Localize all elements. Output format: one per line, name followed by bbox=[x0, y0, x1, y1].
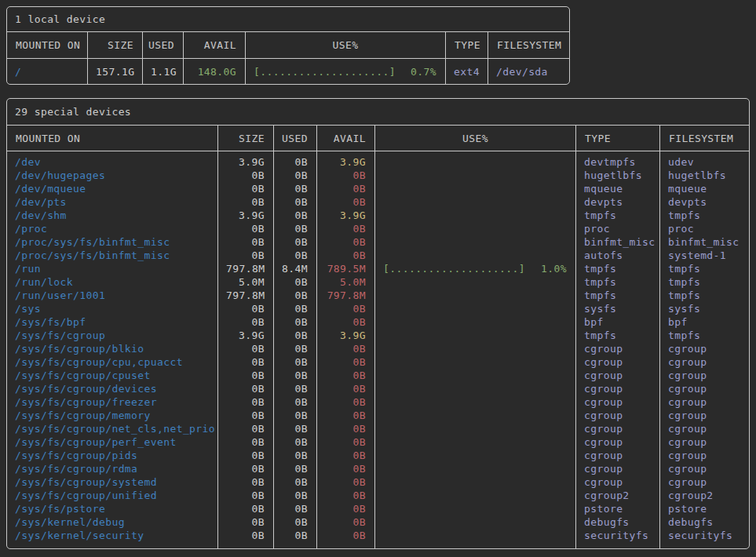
usage-cell bbox=[383, 249, 567, 262]
fs-type: cgroup bbox=[584, 422, 651, 435]
mount-path: /sys/fs/cgroup bbox=[15, 329, 209, 342]
filesystem-name: tmpfs bbox=[668, 289, 740, 302]
avail-value: 0B bbox=[325, 222, 366, 235]
avail-value: 0B bbox=[325, 342, 366, 355]
mount-path: /sys/fs/cgroup/freezer bbox=[15, 395, 209, 409]
avail-value: 0B bbox=[325, 435, 366, 449]
usage-cell bbox=[383, 475, 567, 489]
column-mount: / bbox=[7, 59, 88, 84]
column-header-use: USE% bbox=[246, 32, 446, 58]
filesystem-name: mqueue bbox=[668, 182, 740, 195]
filesystem-name: cgroup bbox=[668, 475, 740, 489]
avail-value: 3.9G bbox=[325, 329, 366, 342]
usage-cell bbox=[383, 182, 567, 195]
usage-bar: [....................] bbox=[383, 262, 525, 275]
mount-path: /sys/fs/bpf bbox=[15, 315, 209, 329]
filesystem-name: cgroup2 bbox=[668, 489, 740, 502]
size-value: 797.8M bbox=[226, 262, 265, 275]
column-header-avail: AVAIL bbox=[184, 32, 246, 58]
size-value: 0B bbox=[226, 489, 265, 502]
fs-type: cgroup bbox=[584, 395, 651, 409]
avail-value: 0B bbox=[325, 395, 366, 409]
column-header-fs: FILESYSTEM bbox=[660, 126, 749, 151]
used-value: 0B bbox=[282, 409, 308, 422]
fs-type: tmpfs bbox=[584, 289, 651, 302]
usage-cell bbox=[383, 395, 567, 409]
fs-type: cgroup bbox=[584, 475, 651, 489]
usage-cell bbox=[383, 329, 567, 342]
filesystem-name: cgroup bbox=[668, 449, 740, 462]
column-use: [....................]0.7% bbox=[246, 59, 446, 84]
column-size: 157.1G bbox=[88, 59, 143, 84]
size-value: 157.1G bbox=[96, 65, 133, 78]
special-devices-rows: /dev/dev/hugepages/dev/mqueue/dev/pts/de… bbox=[7, 151, 749, 548]
size-value: 3.9G bbox=[226, 155, 265, 169]
used-value: 0B bbox=[282, 302, 308, 315]
mount-path: /dev/shm bbox=[15, 209, 209, 222]
mount-path: /dev bbox=[15, 155, 209, 169]
avail-value: 0B bbox=[325, 515, 366, 529]
usage-cell: [....................]1.0% bbox=[383, 262, 567, 275]
filesystem-name: /dev/sda bbox=[496, 65, 561, 78]
column-fs: /dev/sda bbox=[488, 59, 569, 84]
size-value: 0B bbox=[226, 342, 265, 355]
usage-cell bbox=[383, 222, 567, 235]
size-value: 0B bbox=[226, 422, 265, 435]
avail-value: 0B bbox=[325, 369, 366, 382]
used-value: 8.4M bbox=[282, 262, 308, 275]
column-header-fs: FILESYSTEM bbox=[488, 32, 569, 58]
usage-cell bbox=[383, 342, 567, 355]
special-devices-header-row: MOUNTED ONSIZEUSEDAVAILUSE%TYPEFILESYSTE… bbox=[7, 126, 749, 151]
size-value: 0B bbox=[226, 462, 265, 475]
used-value: 0B bbox=[282, 249, 308, 262]
mount-path: /sys/kernel/debug bbox=[15, 515, 209, 529]
usage-cell bbox=[383, 515, 567, 529]
fs-type: cgroup2 bbox=[584, 489, 651, 502]
used-value: 0B bbox=[282, 155, 308, 169]
size-value: 0B bbox=[226, 449, 265, 462]
filesystem-name: proc bbox=[668, 222, 740, 235]
mount-path: /sys/fs/cgroup/pids bbox=[15, 449, 209, 462]
filesystem-name: securityfs bbox=[668, 529, 740, 542]
usage-cell bbox=[383, 355, 567, 369]
size-value: 0B bbox=[226, 475, 265, 489]
column-use: [....................]1.0% bbox=[375, 151, 576, 548]
size-value: 0B bbox=[226, 369, 265, 382]
avail-value: 0B bbox=[325, 169, 366, 182]
fs-type: binfmt_misc bbox=[584, 235, 651, 249]
size-value: 0B bbox=[226, 395, 265, 409]
local-devices-rows: /157.1G1.1G148.0G[....................]0… bbox=[7, 59, 569, 84]
usage-cell bbox=[383, 489, 567, 502]
mount-path: /sys/fs/cgroup/devices bbox=[15, 382, 209, 395]
avail-value: 0B bbox=[325, 302, 366, 315]
fs-type: devpts bbox=[584, 195, 651, 209]
mount-path: /dev/pts bbox=[15, 195, 209, 209]
filesystem-name: systemd-1 bbox=[668, 249, 740, 262]
used-value: 0B bbox=[282, 475, 308, 489]
fs-type: cgroup bbox=[584, 409, 651, 422]
usage-percent: 0.7% bbox=[411, 65, 436, 78]
size-value: 0B bbox=[226, 302, 265, 315]
used-value: 0B bbox=[282, 435, 308, 449]
filesystem-name: tmpfs bbox=[668, 262, 740, 275]
avail-value: 3.9G bbox=[325, 155, 366, 169]
filesystem-name: sysfs bbox=[668, 302, 740, 315]
avail-value: 0B bbox=[325, 502, 366, 515]
filesystem-name: cgroup bbox=[668, 395, 740, 409]
used-value: 0B bbox=[282, 395, 308, 409]
mount-path: / bbox=[15, 65, 79, 78]
used-value: 0B bbox=[282, 449, 308, 462]
used-value: 0B bbox=[282, 422, 308, 435]
column-header-used: USED bbox=[143, 32, 184, 58]
avail-value: 789.5M bbox=[325, 262, 366, 275]
size-value: 0B bbox=[226, 169, 265, 182]
usage-cell bbox=[383, 275, 567, 289]
usage-cell bbox=[383, 422, 567, 435]
filesystem-name: tmpfs bbox=[668, 275, 740, 289]
special-devices-table: 29 special devices MOUNTED ONSIZEUSEDAVA… bbox=[6, 98, 750, 549]
usage-cell bbox=[383, 235, 567, 249]
column-fs: udevhugetlbfsmqueuedevptstmpfsprocbinfmt… bbox=[660, 151, 749, 548]
size-value: 0B bbox=[226, 235, 265, 249]
usage-cell bbox=[383, 449, 567, 462]
column-mount: /dev/dev/hugepages/dev/mqueue/dev/pts/de… bbox=[7, 151, 218, 548]
